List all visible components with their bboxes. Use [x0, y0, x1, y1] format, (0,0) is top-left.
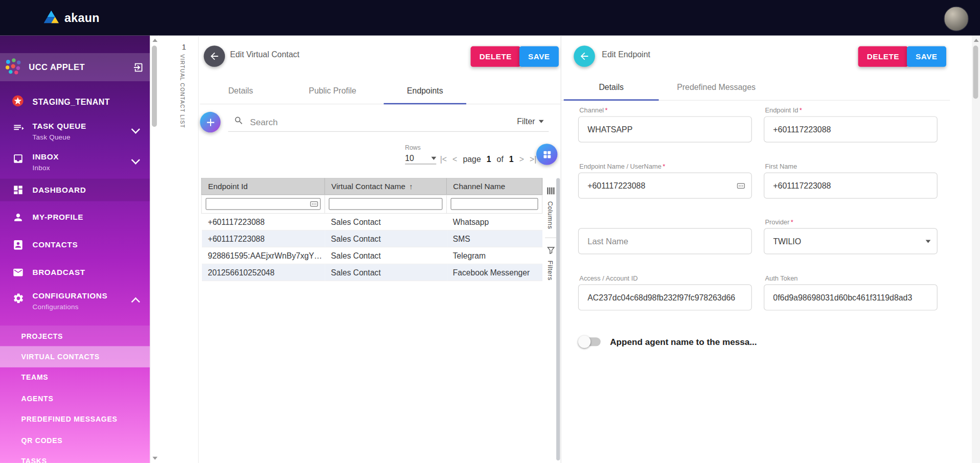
- columns-tool-button[interactable]: Columns: [546, 184, 555, 232]
- configurations-label: CONFIGURATIONS: [33, 292, 108, 300]
- filters-tool-button[interactable]: Filters: [546, 244, 555, 283]
- last-page-button[interactable]: >|: [530, 154, 536, 164]
- virtual-contact-name-filter-input[interactable]: [329, 198, 443, 210]
- sidebar-item-inbox[interactable]: INBOX Inbox: [0, 149, 150, 178]
- page-scrollbar-thumb[interactable]: [973, 45, 978, 99]
- endpoint-name-input[interactable]: [586, 180, 737, 191]
- auth-token-label: Auth Token: [764, 274, 938, 282]
- endpoint-tabs: Details Predefined Messages: [561, 74, 950, 101]
- chevron-down-icon: [131, 125, 140, 133]
- exit-applet-icon[interactable]: [132, 61, 144, 73]
- sidebar-item-qr-codes[interactable]: QR CODES: [0, 430, 150, 451]
- back-button[interactable]: [204, 45, 225, 67]
- sidebar-item-tasks[interactable]: TASKS: [0, 451, 150, 463]
- append-agent-name-toggle[interactable]: [578, 335, 602, 349]
- sidebar-scrollbar[interactable]: [150, 36, 158, 463]
- table-row[interactable]: 201256610252048 Sales Contact Facebook M…: [201, 264, 542, 281]
- sidebar-item-my-profile[interactable]: MY-PROFILE: [0, 206, 150, 228]
- endpoint-id-filter-input[interactable]: [206, 198, 321, 210]
- sidebar-item-broadcast[interactable]: BROADCAST: [0, 261, 150, 284]
- last-name-field: [578, 218, 752, 254]
- dashboard-label: DASHBOARD: [33, 186, 86, 194]
- provider-input[interactable]: [772, 236, 921, 247]
- logo-text: akaun: [64, 11, 100, 25]
- channel-name-filter-input[interactable]: [450, 198, 538, 210]
- tasks-label: TASKS: [21, 457, 47, 463]
- sidebar-item-configurations[interactable]: CONFIGURATIONS Configurations: [0, 289, 150, 320]
- save-button[interactable]: SAVE: [907, 46, 946, 66]
- configurations-gear-icon: [11, 292, 25, 304]
- user-avatar[interactable]: [944, 6, 969, 31]
- table-row[interactable]: 928861595:AAEjxrWnBy7xgYK1... Sales Cont…: [201, 247, 542, 264]
- sidebar-item-tenant[interactable]: STAGING_TENANT: [0, 89, 150, 115]
- endpoint-name-field: Endpoint Name / UserName*: [578, 163, 752, 199]
- drawer-index[interactable]: 1: [182, 42, 186, 51]
- edit-virtual-contact-panel: Edit Virtual Contact DELETE SAVE Details…: [200, 36, 560, 463]
- cell-channel-name: SMS: [447, 230, 542, 247]
- table-row[interactable]: +601117223088 Sales Contact SMS: [201, 230, 542, 247]
- column-header-virtual-contact-name[interactable]: Virtual Contact Name↑: [325, 178, 446, 195]
- rail-divider: [198, 36, 199, 463]
- scroll-up-icon[interactable]: [152, 39, 157, 42]
- endpoint-id-input[interactable]: [772, 124, 931, 135]
- tab-public-profile[interactable]: Public Profile: [281, 78, 384, 104]
- first-name-input[interactable]: [772, 180, 931, 191]
- sidebar-item-agents[interactable]: AGENTS: [0, 388, 150, 409]
- back-button[interactable]: [574, 45, 595, 67]
- rows-per-page-select[interactable]: Rows 10: [405, 144, 436, 164]
- inbox-icon: [11, 153, 25, 165]
- next-page-button[interactable]: >: [519, 154, 524, 164]
- page-scrollbar[interactable]: [972, 36, 980, 463]
- grid-view-button[interactable]: [536, 144, 558, 165]
- task-queue-icon: [11, 123, 25, 134]
- current-page[interactable]: 1: [487, 154, 491, 164]
- sidebar-item-dashboard[interactable]: DASHBOARD: [0, 179, 150, 201]
- channel-input[interactable]: [586, 124, 745, 135]
- search-input[interactable]: [249, 116, 509, 127]
- tenant-label: STAGING_TENANT: [33, 97, 110, 106]
- sidebar-scrollbar-thumb[interactable]: [152, 45, 157, 127]
- tab-details[interactable]: Details: [561, 74, 662, 100]
- table-row[interactable]: +601117223088 Sales Contact Whatsapp: [201, 214, 542, 230]
- save-button[interactable]: SAVE: [519, 46, 559, 66]
- chevron-up-icon: [131, 297, 140, 306]
- applet-header[interactable]: UCC APPLET: [0, 53, 150, 81]
- dashboard-icon: [11, 184, 25, 196]
- virtual-contact-list-rail[interactable]: VIRTUAL CONTACT LIST: [179, 54, 186, 128]
- tab-endpoints[interactable]: Endpoints: [384, 78, 466, 104]
- access-account-id-input[interactable]: [586, 292, 745, 303]
- sidebar-item-virtual-contacts[interactable]: VIRTUAL CONTACTS: [0, 346, 150, 367]
- left-panel-scrollbar[interactable]: [556, 178, 560, 460]
- sidebar-item-task-queue[interactable]: TASK QUEUE Task Queue: [0, 119, 150, 149]
- main-content: 1 VIRTUAL CONTACT LIST Edit Virtual Cont…: [158, 36, 972, 463]
- cell-channel-name: Telegram: [447, 247, 542, 264]
- cell-virtual-contact-name: Sales Contact: [325, 264, 446, 281]
- cell-virtual-contact-name: Sales Contact: [325, 230, 446, 247]
- column-header-endpoint-id[interactable]: Endpoint Id: [201, 178, 325, 195]
- first-page-button[interactable]: |<: [440, 154, 447, 164]
- prev-page-button[interactable]: <: [452, 154, 457, 164]
- provider-label: Provider*: [764, 218, 938, 226]
- scroll-down-icon[interactable]: [152, 457, 157, 460]
- delete-button[interactable]: DELETE: [471, 46, 520, 66]
- scroll-up-icon[interactable]: [973, 39, 978, 42]
- auth-token-input[interactable]: [772, 292, 931, 303]
- sidebar-item-teams[interactable]: TEAMS: [0, 367, 150, 388]
- append-agent-name-toggle-row: Append agent name to the messa...: [578, 335, 757, 349]
- last-name-input[interactable]: [586, 236, 745, 247]
- column-header-channel-name[interactable]: Channel Name: [447, 178, 542, 195]
- akaun-logo[interactable]: akaun: [44, 0, 100, 36]
- sidebar-item-contacts[interactable]: CONTACTS: [0, 234, 150, 256]
- filter-button[interactable]: Filter: [513, 116, 548, 127]
- app-root: akaun UCC APPLET: [0, 0, 980, 463]
- cell-endpoint-id: +601117223088: [201, 214, 325, 230]
- applet-grid-icon: [4, 57, 22, 78]
- delete-button[interactable]: DELETE: [858, 46, 908, 66]
- sidebar-item-projects[interactable]: PROJECTS: [0, 326, 150, 346]
- add-endpoint-button[interactable]: [200, 112, 220, 132]
- search-bar: Filter: [228, 112, 549, 132]
- tab-predefined-messages[interactable]: Predefined Messages: [661, 74, 771, 100]
- provider-select[interactable]: [764, 228, 938, 254]
- tab-details[interactable]: Details: [200, 78, 281, 104]
- sidebar-item-predefined-messages[interactable]: PREDEFINED MESSAGES: [0, 409, 150, 430]
